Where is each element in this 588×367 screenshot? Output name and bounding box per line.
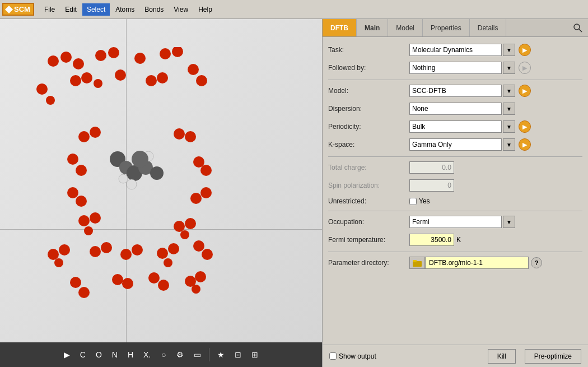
menu-edit[interactable]: Edit [60, 3, 81, 16]
occupation-select[interactable]: Fermi Gaussian None [409, 216, 502, 228]
spin-input[interactable] [409, 179, 454, 192]
scm-logo-text: SCM [14, 5, 30, 13]
rect-tool-btn[interactable]: ▭ [190, 348, 204, 361]
tab-details[interactable]: Details [470, 19, 507, 36]
svg-rect-76 [413, 260, 417, 262]
tab-model[interactable]: Model [388, 19, 423, 36]
svg-point-72 [192, 285, 200, 294]
tab-properties[interactable]: Properties [423, 19, 470, 36]
svg-point-65 [78, 287, 90, 298]
menu-help[interactable]: Help [194, 3, 217, 16]
svg-point-30 [127, 179, 137, 189]
model-dropdown-container: SCC-DFTB DFTB DFTB3 ▼ [409, 85, 515, 97]
show-output-label[interactable]: Show output [329, 352, 376, 360]
star-tool-btn[interactable]: ★ [214, 348, 228, 361]
svg-point-0 [48, 55, 59, 67]
occupation-label: Occupation: [328, 218, 409, 226]
menu-file[interactable]: File [40, 3, 59, 16]
kspace-dropdown-container: Gamma Only Good Normal Basic ▼ [409, 138, 515, 151]
bottom-bar: Show output Kill Pre-optimize [323, 345, 588, 367]
task-label: Task: [328, 46, 409, 54]
oxygen-tool-btn[interactable]: O [92, 348, 105, 361]
svg-point-16 [188, 64, 199, 75]
followed-row: Followed by: Nothing Geometry Optimizati… [328, 62, 582, 74]
menu-bonds[interactable]: Bonds [140, 3, 168, 16]
viewport[interactable] [0, 19, 322, 342]
menu-view[interactable]: View [169, 3, 193, 16]
menu-atoms[interactable]: Atoms [111, 3, 139, 16]
frame-tool-btn[interactable]: ⊡ [231, 348, 245, 361]
kill-button[interactable]: Kill [488, 349, 516, 364]
show-output-checkbox[interactable] [329, 352, 337, 360]
select-tool-btn[interactable]: ▶ [60, 348, 73, 361]
tab-main[interactable]: Main [357, 19, 388, 36]
separator-4 [328, 252, 582, 252]
svg-point-13 [115, 69, 126, 81]
svg-point-36 [67, 154, 78, 165]
carbon-tool-btn[interactable]: C [77, 348, 89, 361]
folder-btn[interactable] [409, 257, 425, 269]
menu-select[interactable]: Select [82, 3, 110, 16]
tab-dftb[interactable]: DFTB [323, 19, 357, 36]
svg-point-35 [90, 127, 101, 138]
x-tool-btn[interactable]: X. [140, 348, 154, 361]
svg-point-51 [180, 230, 189, 239]
svg-rect-75 [413, 261, 422, 267]
svg-point-1 [60, 52, 72, 63]
dispersion-dropdown-arrow[interactable]: ▼ [503, 103, 515, 115]
model-row: Model: SCC-DFTB DFTB DFTB3 ▼ ▶ [328, 85, 582, 97]
pre-optimize-button[interactable]: Pre-optimize [525, 349, 581, 364]
followed-select[interactable]: Nothing Geometry Optimization [409, 62, 502, 74]
folder-icon [413, 259, 422, 267]
periodicity-dropdown-arrow[interactable]: ▼ [503, 120, 515, 133]
separator-2 [328, 156, 582, 157]
unrestricted-checkbox[interactable] [409, 198, 417, 205]
periodicity-dropdown-container: Bulk Slab Chain Molecule ▼ [409, 120, 515, 133]
svg-point-52 [48, 249, 59, 260]
toolbar-separator [209, 348, 209, 361]
svg-point-8 [36, 83, 48, 95]
svg-point-14 [146, 75, 157, 86]
followed-label: Followed by: [328, 64, 409, 72]
svg-point-53 [59, 244, 70, 255]
gear-tool-btn[interactable]: ⚙ [173, 348, 187, 361]
hydrogen-tool-btn[interactable]: H [124, 348, 137, 361]
svg-point-33 [132, 151, 148, 168]
svg-point-66 [112, 274, 123, 285]
kspace-dropdown-arrow[interactable]: ▼ [503, 138, 515, 151]
occupation-dropdown-arrow[interactable]: ▼ [503, 216, 515, 228]
svg-point-17 [196, 75, 207, 86]
svg-point-60 [168, 243, 179, 254]
circle-tool-btn[interactable]: ○ [157, 348, 170, 361]
fermi-temp-label: Fermi temperature: [328, 236, 409, 244]
search-tab[interactable] [568, 19, 588, 36]
svg-point-67 [122, 278, 133, 289]
svg-point-2 [73, 58, 84, 69]
kspace-nav-btn[interactable]: ▶ [519, 138, 531, 151]
svg-point-5 [134, 53, 146, 64]
model-select[interactable]: SCC-DFTB DFTB DFTB3 [409, 85, 502, 97]
periodicity-nav-btn[interactable]: ▶ [519, 120, 531, 133]
task-nav-btn[interactable]: ▶ [519, 44, 531, 56]
model-nav-btn[interactable]: ▶ [519, 85, 531, 97]
multi-tool-btn[interactable]: ⊞ [248, 348, 262, 361]
nitrogen-tool-btn[interactable]: N [109, 348, 121, 361]
kspace-select[interactable]: Gamma Only Good Normal Basic [409, 138, 502, 151]
total-charge-input[interactable] [409, 161, 454, 174]
model-dropdown-arrow[interactable]: ▼ [503, 85, 515, 97]
spin-label: Spin polarization: [328, 182, 409, 189]
periodicity-select[interactable]: Bulk Slab Chain Molecule [409, 120, 502, 133]
svg-point-68 [148, 272, 160, 284]
help-btn[interactable]: ? [531, 257, 542, 268]
dispersion-select[interactable]: None Grimme3 [409, 103, 502, 115]
svg-point-3 [95, 50, 106, 61]
task-dropdown-arrow[interactable]: ▼ [503, 44, 515, 56]
followed-dropdown-arrow[interactable]: ▼ [503, 62, 515, 74]
svg-point-39 [76, 196, 87, 207]
param-dir-input[interactable] [425, 257, 529, 269]
task-select[interactable]: Molecular Dynamics Single Point Geometry… [409, 44, 502, 56]
settings-content: Task: Molecular Dynamics Single Point Ge… [323, 37, 588, 345]
dispersion-dropdown-container: None Grimme3 ▼ [409, 103, 515, 115]
fermi-temp-input[interactable] [409, 234, 454, 246]
dispersion-row: Dispersion: None Grimme3 ▼ [328, 103, 582, 115]
